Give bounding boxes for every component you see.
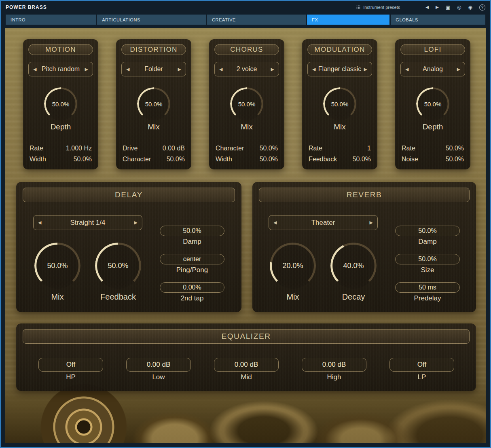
- right-arrow-icon[interactable]: ▶: [178, 67, 181, 72]
- modulation-mode-value: Flanger classic: [315, 66, 364, 73]
- right-arrow-icon[interactable]: ▶: [134, 220, 138, 225]
- delay-mode-value: Straight 1/4: [41, 219, 134, 227]
- knob-label: Mix: [241, 123, 253, 131]
- param-value: 50.0%: [74, 156, 92, 163]
- modulation-rate-param[interactable]: Rate 1: [309, 143, 371, 154]
- distortion-mode-value: Folder: [129, 66, 178, 73]
- help-icon[interactable]: ?: [479, 4, 485, 11]
- titlebar-controls: Instrument presets ◀ ▶ ▣ ◎ ◉ ?: [356, 4, 485, 11]
- reverb-size-label: Size: [395, 266, 460, 274]
- chorus-mix-knob[interactable]: 50.0%: [230, 87, 263, 120]
- delay-mix-group: 50.0% Mix: [34, 243, 80, 302]
- right-arrow-icon[interactable]: ▶: [364, 67, 367, 72]
- param-name: Rate: [402, 145, 415, 152]
- delay-damp-box[interactable]: 50.0%: [160, 226, 224, 236]
- delay-mix-knob[interactable]: 50.0%: [34, 243, 80, 289]
- delay-feedback-knob[interactable]: 50.0%: [95, 243, 141, 289]
- lofi-depth-knob[interactable]: 50.0%: [416, 87, 449, 120]
- left-arrow-icon[interactable]: ◀: [126, 67, 129, 72]
- eq-lp-label: LP: [389, 373, 454, 381]
- left-arrow-icon[interactable]: ◀: [219, 67, 222, 72]
- reverb-decay-knob[interactable]: 40.0%: [330, 243, 377, 289]
- delay-mode-selector[interactable]: ◀ Straight 1/4 ▶: [33, 215, 142, 230]
- eq-mid-box[interactable]: 0.00 dB: [214, 358, 279, 372]
- reverb-mix-knob[interactable]: 20.0%: [270, 243, 316, 289]
- param-name: Character: [123, 156, 151, 163]
- right-arrow-icon[interactable]: ▶: [457, 67, 460, 72]
- tab-intro[interactable]: INTRO: [6, 15, 96, 25]
- eq-low-box[interactable]: 0.00 dB: [126, 358, 191, 372]
- param-name: Character: [216, 145, 244, 152]
- eq-lp-group: Off LP: [389, 358, 454, 381]
- distortion-panel-title: DISTORTION: [121, 44, 186, 55]
- reverb-predelay-box[interactable]: 50 ms: [395, 282, 460, 293]
- modulation-mode-selector[interactable]: ◀ Flanger classic ▶: [307, 62, 372, 76]
- motion-panel-title: MOTION: [28, 44, 93, 55]
- left-arrow-icon[interactable]: ◀: [312, 67, 315, 72]
- instrument-presets-button[interactable]: Instrument presets: [356, 5, 400, 10]
- lofi-rate-param[interactable]: Rate 50.0%: [402, 143, 464, 154]
- equalizer-panel-title: EQUALIZER: [23, 329, 470, 344]
- eye-icon[interactable]: ◉: [468, 5, 472, 10]
- distortion-mode-selector[interactable]: ◀ Folder ▶: [121, 62, 186, 76]
- tab-globals[interactable]: GLOBALS: [391, 15, 485, 25]
- motion-mode-selector[interactable]: ◀ Pitch random ▶: [28, 62, 93, 76]
- param-name: Noise: [402, 156, 418, 163]
- reverb-damp-box[interactable]: 50.0%: [395, 226, 460, 236]
- right-arrow-icon[interactable]: ▶: [370, 220, 373, 225]
- equalizer-bands: Off HP 0.00 dB Low 0.00 dB Mid 0.00 dB H…: [38, 358, 454, 381]
- modulation-params: Rate 1 Feedback 50.0%: [309, 143, 371, 165]
- distortion-panel: DISTORTION ◀ Folder ▶ 50.0% Mix Drive 0.…: [116, 39, 191, 169]
- motion-width-param[interactable]: Width 50.0%: [30, 154, 92, 165]
- bypass-icon[interactable]: ◎: [457, 5, 461, 10]
- knob-label: Mix: [34, 292, 80, 302]
- left-arrow-icon[interactable]: ◀: [38, 220, 41, 225]
- reverb-predelay-label: Predelay: [395, 294, 460, 302]
- distortion-mix-knob[interactable]: 50.0%: [137, 87, 170, 120]
- next-preset-button[interactable]: ▶: [436, 5, 439, 9]
- motion-rate-param[interactable]: Rate 1.000 Hz: [30, 143, 92, 154]
- tab-articulations[interactable]: ARTICULATIONS: [97, 15, 206, 25]
- distortion-drive-param[interactable]: Drive 0.00 dB: [123, 143, 185, 154]
- delay-pingpong-box[interactable]: center: [160, 254, 224, 264]
- knob-label: Depth: [51, 123, 71, 131]
- titlebar: POWER BRASS Instrument presets ◀ ▶ ▣ ◎ ◉…: [1, 1, 490, 14]
- reverb-mode-selector[interactable]: ◀ Theater ▶: [269, 215, 378, 230]
- left-arrow-icon[interactable]: ◀: [273, 220, 277, 225]
- chorus-mode-selector[interactable]: ◀ 2 voice ▶: [214, 62, 279, 76]
- modulation-mix-knob[interactable]: 50.0%: [323, 87, 356, 120]
- instrument-title: POWER BRASS: [6, 4, 47, 10]
- knob-arc: [270, 243, 316, 289]
- right-arrow-icon[interactable]: ▶: [85, 67, 88, 72]
- lofi-panel: LOFI ◀ Analog ▶ 50.0% Depth Rate 50.0% N…: [395, 39, 470, 169]
- chorus-panel-title: CHORUS: [214, 44, 279, 55]
- eq-lp-box[interactable]: Off: [389, 358, 454, 372]
- save-icon[interactable]: ▣: [446, 5, 450, 10]
- motion-depth-knob[interactable]: 50.0%: [44, 87, 77, 120]
- right-arrow-icon[interactable]: ▶: [271, 67, 274, 72]
- modulation-feedback-param[interactable]: Feedback 50.0%: [309, 154, 371, 165]
- knob-label: Mix: [148, 123, 160, 131]
- motion-panel: MOTION ◀ Pitch random ▶ 50.0% Depth Rate…: [23, 39, 98, 169]
- distortion-character-param[interactable]: Character 50.0%: [123, 154, 185, 165]
- tab-fx[interactable]: FX: [307, 15, 389, 25]
- delay-2ndtap-group: 0.00% 2nd tap: [160, 282, 224, 302]
- delay-2ndtap-box[interactable]: 0.00%: [160, 282, 224, 293]
- tab-creative[interactable]: CREATIVE: [207, 15, 306, 25]
- delay-feedback-group: 50.0% Feedback: [95, 243, 141, 302]
- lofi-noise-param[interactable]: Noise 50.0%: [402, 154, 464, 165]
- param-name: Width: [30, 156, 46, 163]
- chorus-character-param[interactable]: Character 50.0%: [216, 143, 278, 154]
- lofi-mode-selector[interactable]: ◀ Analog ▶: [400, 62, 465, 76]
- param-value: 50.0%: [446, 145, 464, 152]
- param-name: Feedback: [309, 156, 337, 163]
- eq-hp-box[interactable]: Off: [38, 358, 103, 372]
- eq-high-box[interactable]: 0.00 dB: [302, 358, 366, 372]
- reverb-size-box[interactable]: 50.0%: [395, 254, 460, 264]
- modulation-panel-title: MODULATION: [307, 44, 372, 55]
- prev-preset-button[interactable]: ◀: [425, 5, 429, 9]
- left-arrow-icon[interactable]: ◀: [33, 67, 36, 72]
- left-arrow-icon[interactable]: ◀: [405, 67, 408, 72]
- chorus-width-param[interactable]: Width 50.0%: [216, 154, 278, 165]
- param-value: 0.00 dB: [163, 145, 185, 152]
